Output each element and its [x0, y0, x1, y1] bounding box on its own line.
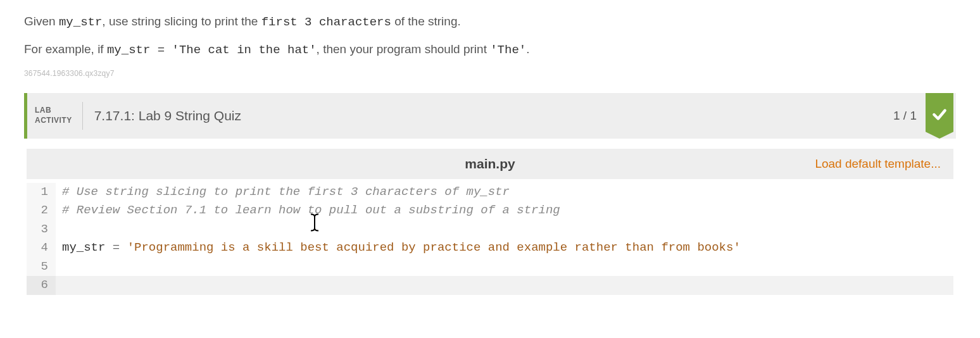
- code-line[interactable]: 2# Review Section 7.1 to learn how to pu…: [27, 201, 953, 220]
- meta-id: 367544.1963306.qx3zqy7: [24, 68, 956, 79]
- text: , use string slicing to print the: [102, 15, 261, 28]
- code-text[interactable]: # Review Section 7.1 to learn how to pul…: [56, 201, 560, 220]
- lab-badge-line: LAB: [35, 106, 72, 116]
- load-default-template-link[interactable]: Load default template...: [815, 157, 941, 171]
- lab-activity-panel: LAB ACTIVITY 7.17.1: Lab 9 String Quiz 1…: [24, 93, 956, 295]
- line-number: 1: [27, 183, 56, 201]
- code-line[interactable]: 3: [27, 220, 953, 239]
- code-editor[interactable]: 1# Use string slicing to print the first…: [27, 179, 953, 295]
- line-number: 4: [27, 239, 56, 257]
- check-icon: [931, 106, 948, 125]
- instruction-line-1: Given my_str, use string slicing to prin…: [24, 13, 956, 32]
- lab-badge: LAB ACTIVITY: [27, 93, 82, 139]
- line-number: 2: [27, 201, 56, 220]
- lab-score: 1 / 1: [887, 93, 923, 139]
- editor-area: main.py Load default template... 1# Use …: [24, 149, 956, 295]
- checkmark-badge: [926, 93, 953, 139]
- text: .: [526, 42, 529, 56]
- editor-filename-tab[interactable]: main.py: [465, 156, 515, 172]
- line-number: 3: [27, 220, 56, 239]
- code-inline: my_str = 'The cat in the hat': [107, 43, 317, 57]
- lab-badge-line: ACTIVITY: [35, 116, 72, 126]
- code-line[interactable]: 6: [27, 276, 953, 294]
- code-text[interactable]: my_str = 'Programming is a skill best ac…: [56, 239, 741, 257]
- text: , then your program should print: [317, 42, 491, 56]
- text: of the string.: [391, 15, 461, 28]
- code-inline: my_str: [59, 15, 102, 29]
- code-line[interactable]: 4my_str = 'Programming is a skill best a…: [27, 239, 953, 257]
- code-inline: first 3 characters: [261, 15, 391, 29]
- code-text[interactable]: # Use string slicing to print the first …: [56, 183, 510, 201]
- editor-tabbar: main.py Load default template...: [27, 149, 953, 179]
- line-number: 6: [27, 276, 56, 294]
- code-line[interactable]: 1# Use string slicing to print the first…: [27, 183, 953, 201]
- lab-header: LAB ACTIVITY 7.17.1: Lab 9 String Quiz 1…: [24, 93, 956, 139]
- text: For example, if: [24, 42, 107, 56]
- code-inline: 'The': [490, 43, 526, 57]
- code-line[interactable]: 5: [27, 258, 953, 276]
- line-number: 5: [27, 258, 56, 276]
- instructions: Given my_str, use string slicing to prin…: [24, 13, 956, 79]
- lab-title: 7.17.1: Lab 9 String Quiz: [83, 93, 241, 139]
- text: Given: [24, 15, 59, 28]
- instruction-line-2: For example, if my_str = 'The cat in the…: [24, 41, 956, 59]
